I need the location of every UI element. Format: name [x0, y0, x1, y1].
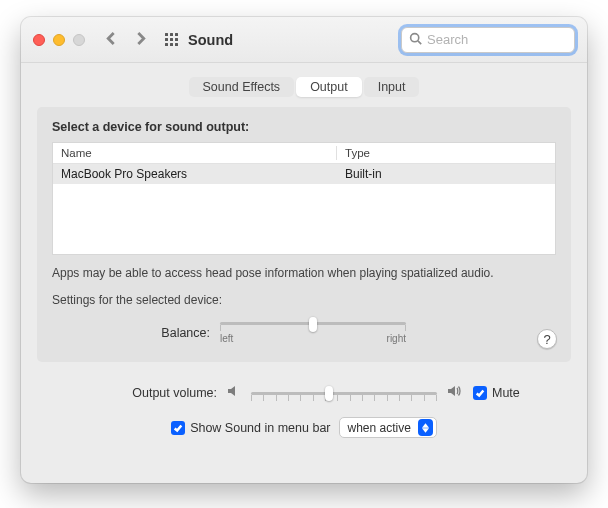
search-icon	[409, 31, 427, 49]
device-name: MacBook Pro Speakers	[53, 167, 337, 181]
show-sound-select[interactable]: when active	[339, 417, 437, 438]
settings-heading: Settings for the selected device:	[52, 293, 556, 307]
forward-button[interactable]	[134, 31, 147, 49]
balance-slider[interactable]: left right	[220, 322, 406, 344]
speaker-low-icon	[226, 383, 242, 403]
balance-label: Balance:	[52, 326, 220, 340]
close-button[interactable]	[33, 34, 45, 46]
tabs: Sound Effects Output Input	[21, 77, 587, 97]
volume-slider[interactable]	[251, 392, 437, 395]
svg-point-0	[411, 33, 419, 41]
balance-knob[interactable]	[309, 317, 317, 332]
volume-knob[interactable]	[325, 386, 333, 401]
device-type: Built-in	[337, 167, 555, 181]
balance-right-label: right	[387, 333, 406, 344]
col-type[interactable]: Type	[337, 147, 555, 159]
minimize-button[interactable]	[53, 34, 65, 46]
show-sound-checkbox[interactable]	[171, 421, 185, 435]
tab-output[interactable]: Output	[296, 77, 362, 97]
panel-heading: Select a device for sound output:	[52, 120, 556, 134]
svg-line-1	[418, 40, 421, 43]
search-input[interactable]	[427, 32, 587, 47]
table-row[interactable]: MacBook Pro Speakers Built-in	[53, 164, 555, 184]
spatial-audio-note: Apps may be able to access head pose inf…	[52, 266, 556, 280]
search-field[interactable]	[401, 27, 575, 53]
col-name[interactable]: Name	[53, 147, 336, 159]
help-button[interactable]: ?	[537, 329, 557, 349]
balance-left-label: left	[220, 333, 233, 344]
window-title: Sound	[188, 32, 233, 48]
titlebar: Sound	[21, 17, 587, 63]
mute-label: Mute	[492, 386, 520, 400]
show-sound-label: Show Sound in menu bar	[190, 421, 330, 435]
speaker-high-icon	[446, 383, 462, 403]
tab-input[interactable]: Input	[364, 77, 420, 97]
apps-grid-button[interactable]	[165, 33, 178, 46]
zoom-button	[73, 34, 85, 46]
volume-label: Output volume:	[21, 386, 226, 400]
select-value: when active	[348, 421, 411, 435]
device-table[interactable]: Name Type MacBook Pro Speakers Built-in	[52, 142, 556, 255]
back-button[interactable]	[105, 31, 118, 49]
tab-sound-effects[interactable]: Sound Effects	[189, 77, 295, 97]
select-arrows-icon	[418, 419, 433, 436]
mute-checkbox[interactable]	[473, 386, 487, 400]
